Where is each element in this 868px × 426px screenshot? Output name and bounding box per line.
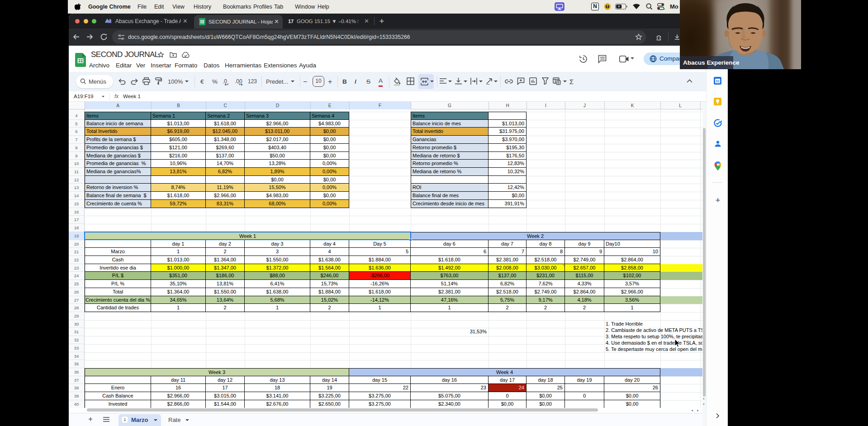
svg-text:31: 31 xyxy=(716,79,719,83)
